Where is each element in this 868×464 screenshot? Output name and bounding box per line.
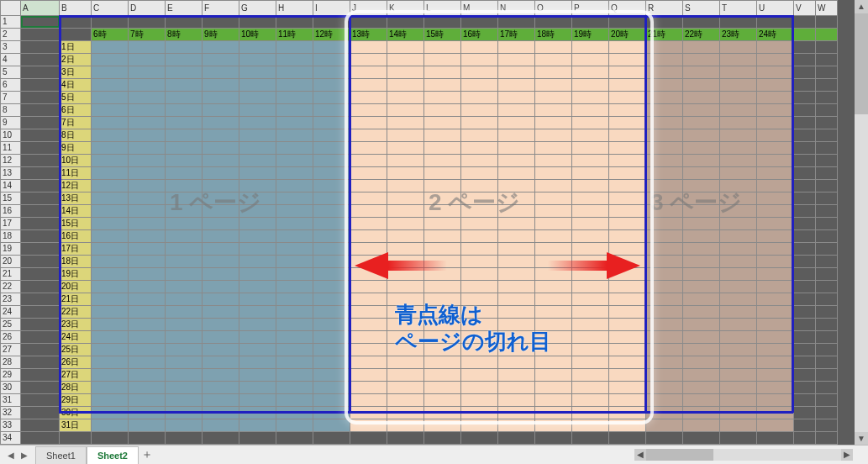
cell-L27[interactable]	[424, 343, 461, 356]
cell-W33[interactable]	[816, 419, 838, 431]
cell-N17[interactable]	[498, 217, 535, 229]
cell-E5[interactable]	[166, 66, 203, 78]
cell-V3[interactable]	[794, 40, 816, 53]
cell-B33[interactable]: 31日	[60, 419, 92, 431]
cell-G1[interactable]	[239, 16, 276, 29]
col-header-S[interactable]: S	[683, 1, 720, 16]
cell-A10[interactable]	[21, 129, 60, 141]
cell-O33[interactable]	[535, 419, 572, 431]
cell-H26[interactable]	[276, 330, 313, 343]
cell-K23[interactable]	[387, 293, 424, 305]
cell-K31[interactable]	[387, 393, 424, 406]
cell-U15[interactable]	[757, 192, 794, 204]
cell-V5[interactable]	[794, 66, 816, 78]
cell-D3[interactable]	[129, 40, 166, 53]
cell-Q13[interactable]	[609, 166, 646, 179]
cell-H12[interactable]	[276, 154, 313, 166]
cell-V25[interactable]	[794, 318, 816, 330]
cell-P28[interactable]	[572, 356, 609, 368]
cell-R28[interactable]	[646, 356, 683, 368]
cell-I18[interactable]	[313, 229, 350, 242]
cell-L8[interactable]	[424, 103, 461, 116]
col-header-T[interactable]: T	[720, 1, 757, 16]
cell-C14[interactable]	[92, 179, 129, 192]
cell-C5[interactable]	[92, 66, 129, 78]
cell-N19[interactable]	[498, 242, 535, 255]
cell-O6[interactable]	[535, 78, 572, 91]
cell-W23[interactable]	[816, 293, 838, 305]
cell-U6[interactable]	[757, 78, 794, 91]
cell-D15[interactable]	[129, 192, 166, 204]
cell-W28[interactable]	[816, 356, 838, 368]
cell-K2[interactable]: 14時	[387, 28, 424, 40]
cell-T17[interactable]	[720, 217, 757, 229]
row-header-20[interactable]: 20	[1, 255, 21, 267]
cell-G18[interactable]	[239, 229, 276, 242]
cell-P3[interactable]	[572, 40, 609, 53]
cell-G19[interactable]	[239, 242, 276, 255]
cell-D16[interactable]	[129, 204, 166, 217]
cell-K27[interactable]	[387, 343, 424, 356]
cell-L12[interactable]	[424, 154, 461, 166]
cell-B34[interactable]	[60, 431, 92, 444]
cell-B11[interactable]: 9日	[60, 141, 92, 154]
cell-O19[interactable]	[535, 242, 572, 255]
cell-N28[interactable]	[498, 356, 535, 368]
cell-J24[interactable]	[350, 305, 387, 318]
cell-V12[interactable]	[794, 154, 816, 166]
cell-G16[interactable]	[239, 204, 276, 217]
row-header-7[interactable]: 7	[1, 91, 21, 103]
cell-S26[interactable]	[683, 330, 720, 343]
cell-S16[interactable]	[683, 204, 720, 217]
cell-H3[interactable]	[276, 40, 313, 53]
cell-J26[interactable]	[350, 330, 387, 343]
cell-G2[interactable]: 10時	[239, 28, 276, 40]
cell-R21[interactable]	[646, 267, 683, 280]
cell-V4[interactable]	[794, 53, 816, 66]
cell-K32[interactable]	[387, 406, 424, 419]
cell-G25[interactable]	[239, 318, 276, 330]
cell-N27[interactable]	[498, 343, 535, 356]
cell-H4[interactable]	[276, 53, 313, 66]
cell-L14[interactable]	[424, 179, 461, 192]
col-header-I[interactable]: I	[313, 1, 350, 16]
row-header-26[interactable]: 26	[1, 330, 21, 343]
cell-K28[interactable]	[387, 356, 424, 368]
cell-M26[interactable]	[461, 330, 498, 343]
cell-F29[interactable]	[203, 368, 239, 381]
col-header-F[interactable]: F	[203, 1, 239, 16]
cell-V18[interactable]	[794, 229, 816, 242]
cell-N23[interactable]	[498, 293, 535, 305]
cell-U1[interactable]	[757, 16, 794, 29]
cell-I33[interactable]	[313, 419, 350, 431]
cell-V20[interactable]	[794, 255, 816, 267]
cell-R9[interactable]	[646, 116, 683, 129]
cell-F34[interactable]	[203, 431, 239, 444]
horizontal-scrollbar[interactable]: ◀ ▶	[634, 449, 853, 461]
cell-M29[interactable]	[461, 368, 498, 381]
cell-K29[interactable]	[387, 368, 424, 381]
cell-Q4[interactable]	[609, 53, 646, 66]
cell-B9[interactable]: 7日	[60, 116, 92, 129]
cell-K11[interactable]	[387, 141, 424, 154]
cell-M20[interactable]	[461, 255, 498, 267]
cell-M27[interactable]	[461, 343, 498, 356]
cell-L18[interactable]	[424, 229, 461, 242]
cell-F23[interactable]	[203, 293, 239, 305]
cell-U25[interactable]	[757, 318, 794, 330]
cell-N18[interactable]	[498, 229, 535, 242]
cell-E17[interactable]	[166, 217, 203, 229]
cell-R25[interactable]	[646, 318, 683, 330]
cell-D34[interactable]	[129, 431, 166, 444]
cell-R17[interactable]	[646, 217, 683, 229]
cell-R30[interactable]	[646, 381, 683, 393]
cell-I2[interactable]: 12時	[313, 28, 350, 40]
cell-I34[interactable]	[313, 431, 350, 444]
row-header-22[interactable]: 22	[1, 280, 21, 293]
col-header-G[interactable]: G	[239, 1, 276, 16]
cell-F10[interactable]	[203, 129, 239, 141]
cell-J6[interactable]	[350, 78, 387, 91]
cell-P31[interactable]	[572, 393, 609, 406]
cell-G14[interactable]	[239, 179, 276, 192]
cell-I24[interactable]	[313, 305, 350, 318]
